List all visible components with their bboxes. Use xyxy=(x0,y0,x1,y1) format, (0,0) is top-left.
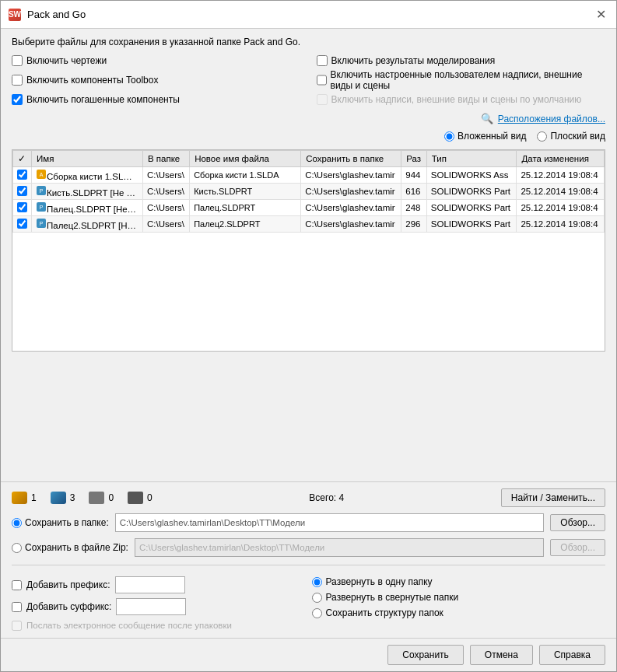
row-check-cell[interactable] xyxy=(13,184,32,200)
include-sim-results-checkbox[interactable] xyxy=(317,55,328,66)
row-new-name-cell[interactable] xyxy=(190,184,301,200)
flat-view-label[interactable]: Плоский вид xyxy=(550,131,605,142)
table-row[interactable]: AСборка кисти 1.SLDA SM... C:\Users\ C:\… xyxy=(13,167,605,184)
email-item: Послать электронное сообщение после упак… xyxy=(12,620,306,632)
save-zip-radio[interactable] xyxy=(12,543,22,553)
row-checkbox[interactable] xyxy=(17,186,27,196)
row-check-cell[interactable] xyxy=(13,216,32,233)
row-size-cell: 248 xyxy=(401,200,427,216)
save-folder-browse-button[interactable]: Обзор... xyxy=(550,514,605,531)
prefix-suffix-col: Добавить префикс: Добавить суффикс: Посл… xyxy=(12,576,306,632)
suffix-checkbox[interactable] xyxy=(12,602,22,612)
col-save-folder: Сохранить в папке xyxy=(301,151,401,167)
save-folder-path-input[interactable] xyxy=(115,513,545,532)
include-toolbox-checkbox[interactable] xyxy=(12,75,23,86)
expand-structure-label[interactable]: Сохранить структуру папок xyxy=(326,607,443,618)
include-drawings-row: Включить чертежи xyxy=(12,55,301,66)
prefix-label[interactable]: Добавить префикс: xyxy=(26,579,110,590)
include-custom-labels-checkbox[interactable] xyxy=(317,75,327,86)
help-button[interactable]: Справка xyxy=(539,645,605,665)
suffix-label[interactable]: Добавить суффикс: xyxy=(26,601,111,612)
table-row[interactable]: PКисть.SLDPRT [Не отку…] C:\Users\ C:\Us… xyxy=(13,184,605,200)
expand-keep-radio[interactable] xyxy=(312,593,322,603)
row-checkbox[interactable] xyxy=(17,202,27,212)
include-drawings-label[interactable]: Включить чертежи xyxy=(26,55,107,66)
include-sim-results-row: Включить результаты моделирования xyxy=(317,55,606,66)
row-icon: P xyxy=(36,188,47,198)
close-button[interactable]: ✕ xyxy=(593,7,608,23)
part-stat-icon xyxy=(51,492,66,504)
row-new-name-input[interactable] xyxy=(194,170,296,180)
table-row[interactable]: PПалец2.SLDPRT [Не отку…] C:\Users\ C:\U… xyxy=(13,216,605,233)
row-new-name-input[interactable] xyxy=(194,187,296,196)
include-suppressed-label[interactable]: Включить погашенные компоненты xyxy=(26,94,180,105)
save-button[interactable]: Сохранить xyxy=(387,645,464,665)
row-new-name-input[interactable] xyxy=(194,203,296,212)
save-folder-label[interactable]: Сохранить в папке: xyxy=(25,517,109,528)
include-toolbox-row: Включить компоненты Toolbox xyxy=(12,69,301,91)
save-zip-browse-button: Обзор... xyxy=(550,539,605,556)
save-zip-radio-row: Сохранить в файле Zip: xyxy=(12,542,128,553)
flat-view-radio-row: Плоский вид xyxy=(537,131,605,142)
expand-structure-option: Сохранить структуру папок xyxy=(312,607,606,618)
include-toolbox-label[interactable]: Включить компоненты Toolbox xyxy=(26,75,158,86)
row-date-cell: 25.12.2014 19:08:4 xyxy=(517,167,605,184)
drawing-stat: 0 xyxy=(89,492,114,504)
flat-view-radio[interactable] xyxy=(537,131,547,142)
svg-text:P: P xyxy=(40,221,44,226)
row-icon: A xyxy=(36,172,47,181)
suffix-input[interactable] xyxy=(116,598,186,615)
row-name-cell: AСборка кисти 1.SLDA SM... xyxy=(32,167,143,184)
expand-flat-label[interactable]: Развернуть в одну папку xyxy=(326,576,433,587)
pack-and-go-window: SW Pack and Go ✕ Выберите файлы для сохр… xyxy=(0,0,617,672)
include-drawings-checkbox[interactable] xyxy=(12,55,23,66)
save-folder-radio-row: Сохранить в папке: xyxy=(12,517,109,528)
prefix-item: Добавить префикс: xyxy=(12,576,306,593)
total-count: 4 xyxy=(339,492,345,503)
row-checkbox[interactable] xyxy=(17,219,27,229)
row-type-cell: SOLIDWORKS Part xyxy=(426,216,517,233)
row-date-cell: 25.12.2014 19:08:4 xyxy=(517,216,605,233)
bottom-bar: 1 3 0 0 Всего: 4 Найти / Заменить... xyxy=(1,481,616,638)
include-sim-results-label[interactable]: Включить результаты моделирования xyxy=(331,55,496,66)
row-new-name-cell[interactable] xyxy=(190,167,301,184)
row-check-cell[interactable] xyxy=(13,200,32,216)
row-folder-cell: C:\Users\ xyxy=(142,216,189,233)
save-folder-radio[interactable] xyxy=(12,518,22,528)
expand-keep-label[interactable]: Развернуть в свернутые папки xyxy=(326,592,459,603)
drawing-count: 0 xyxy=(108,492,114,503)
save-folder-row: Сохранить в папке: Обзор... xyxy=(12,513,605,532)
row-new-name-cell[interactable] xyxy=(190,216,301,233)
row-date-cell: 25.12.2014 19:08:4 xyxy=(517,200,605,216)
row-size-cell: 944 xyxy=(401,167,427,184)
other-stat: 0 xyxy=(128,492,152,504)
email-label: Послать электронное сообщение после упак… xyxy=(26,620,232,632)
nested-view-label[interactable]: Вложенный вид xyxy=(457,131,526,142)
prefix-input[interactable] xyxy=(115,576,185,593)
row-folder-cell: C:\Users\ xyxy=(142,167,189,184)
file-locations-link[interactable]: Расположения файлов... xyxy=(498,114,605,124)
include-suppressed-checkbox[interactable] xyxy=(12,94,23,105)
nested-view-radio-row: Вложенный вид xyxy=(444,131,526,142)
asm-stat-icon xyxy=(12,492,27,504)
nested-view-radio[interactable] xyxy=(444,131,454,142)
row-size-cell: 616 xyxy=(401,184,427,200)
cancel-button[interactable]: Отмена xyxy=(470,645,533,665)
row-new-name-input[interactable] xyxy=(194,219,296,229)
email-checkbox xyxy=(12,621,22,631)
save-zip-label[interactable]: Сохранить в файле Zip: xyxy=(25,542,128,553)
expand-flat-radio[interactable] xyxy=(312,577,322,587)
save-zip-path-input xyxy=(135,538,544,557)
row-check-cell[interactable] xyxy=(13,167,32,184)
prefix-checkbox[interactable] xyxy=(12,580,22,590)
col-name: Имя xyxy=(32,151,143,167)
row-checkbox[interactable] xyxy=(17,170,27,180)
expand-structure-radio[interactable] xyxy=(312,608,322,618)
expand-options-col: Развернуть в одну папку Развернуть в све… xyxy=(312,576,606,632)
row-new-name-cell[interactable] xyxy=(190,200,301,216)
col-check: ✓ xyxy=(13,151,32,167)
find-replace-button[interactable]: Найти / Заменить... xyxy=(501,488,605,507)
include-custom-labels-label[interactable]: Включить настроенные пользователем надпи… xyxy=(331,69,606,91)
expand-keep-option: Развернуть в свернутые папки xyxy=(312,592,606,603)
table-row[interactable]: PПалец.SLDPRT [Не отку…] C:\Users\ C:\Us… xyxy=(13,200,605,216)
